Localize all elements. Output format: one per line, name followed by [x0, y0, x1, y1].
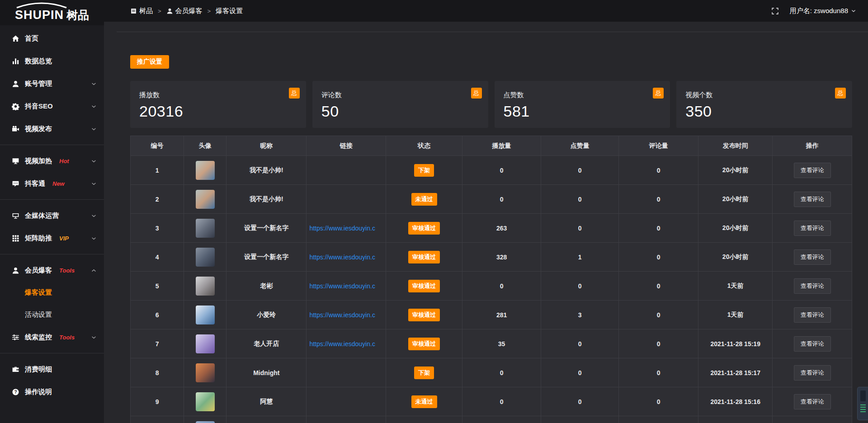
cell-published — [698, 416, 772, 423]
sidebar-subitem-baoke-settings[interactable]: 爆客设置 — [0, 282, 104, 304]
sidebar-item-account-manage[interactable]: 账号管理 — [0, 72, 104, 95]
cell-avatar — [184, 301, 226, 329]
table-row: 5老彬https://www.iesdouyin.c审核通过0001天前查看评论 — [131, 272, 852, 301]
breadcrumb-label: 树品 — [139, 7, 153, 15]
data-table: 编号头像昵称链接状态播放量点赞量评论量发布时间操作 1我不是小帅!下架00020… — [130, 136, 852, 423]
topbar: 树品>会员爆客>爆客设置 用户名: zswodun88 — [104, 0, 868, 22]
cell-status: 下架 — [386, 156, 462, 185]
column-header-link: 链接 — [307, 136, 386, 156]
gear-icon — [12, 103, 19, 110]
sidebar-item-matrix-boost[interactable]: 矩阵助推VIP — [0, 227, 104, 249]
view-comments-button[interactable]: 查看评论 — [794, 336, 831, 352]
column-header-nickname: 昵称 — [226, 136, 307, 156]
promo-settings-button[interactable]: 推广设置 — [130, 55, 169, 69]
cell-link: https://www.iesdouyin.c — [307, 214, 386, 243]
cell-plays: 0 — [462, 387, 541, 416]
cell-plays: 281 — [462, 301, 541, 329]
user-icon — [166, 8, 173, 14]
cell-comments: 0 — [619, 156, 698, 185]
cell-comments: 0 — [619, 301, 698, 329]
floating-widget-bars — [860, 404, 866, 412]
status-badge: 下架 — [414, 367, 434, 379]
cell-published: 2021-11-28 15:16 — [698, 387, 772, 416]
sidebar-subitem-activity-settings[interactable]: 活动设置 — [0, 304, 104, 326]
sidebar-item-data-overview[interactable]: 数据总览 — [0, 50, 104, 72]
sidebar-item-home[interactable]: 首页 — [0, 27, 104, 50]
video-link[interactable]: https://www.iesdouyin.c — [307, 282, 386, 290]
logo-text-cn: 树品 — [66, 9, 89, 21]
status-badge: 审核通过 — [408, 309, 440, 321]
stat-card-comments: 评论数50总 — [312, 81, 488, 128]
sidebar-item-badge: New — [52, 180, 65, 187]
sidebar-item-badge: VIP — [59, 235, 69, 242]
stat-cards: 播放数20316总评论数50总点赞数581总视频个数350总 — [130, 81, 852, 128]
video-link[interactable]: https://www.iesdouyin.c — [307, 254, 386, 261]
view-comments-button[interactable]: 查看评论 — [794, 163, 831, 178]
header-divider — [117, 32, 868, 32]
view-comments-button[interactable]: 查看评论 — [794, 307, 831, 323]
cell-link — [307, 185, 386, 214]
sidebar-item-clue-monitor[interactable]: 线索监控Tools — [0, 326, 104, 348]
status-badge: 未通过 — [411, 395, 437, 408]
breadcrumb-item-member-baoke[interactable]: 会员爆客 — [166, 7, 203, 15]
view-comments-button[interactable]: 查看评论 — [794, 221, 831, 236]
camera-icon — [12, 125, 19, 133]
view-comments-button[interactable]: 查看评论 — [794, 278, 831, 294]
floating-widget[interactable] — [857, 387, 868, 420]
chevron-down-icon — [91, 158, 97, 164]
fullscreen-icon[interactable] — [771, 7, 779, 15]
cell-comments: 0 — [619, 272, 698, 301]
view-comments-button[interactable]: 查看评论 — [794, 394, 831, 409]
breadcrumb-item-shupin[interactable]: 树品 — [130, 7, 153, 15]
cell-status — [386, 416, 462, 423]
chevron-down-icon — [91, 181, 97, 187]
svg-text:?: ? — [14, 389, 17, 394]
view-comments-button[interactable]: 查看评论 — [794, 192, 831, 207]
cell-nickname: 我不是小帅! — [226, 185, 307, 214]
sidebar-item-label: 全媒体运营 — [25, 212, 59, 220]
sidebar-item-label: 消费明细 — [25, 365, 52, 374]
cell-published: 20小时前 — [698, 214, 772, 243]
cell-avatar — [184, 185, 226, 214]
sidebar-item-spend-detail[interactable]: 消费明细 — [0, 358, 104, 381]
sidebar-item-video-publish[interactable]: 视频发布 — [0, 118, 104, 140]
video-link[interactable]: https://www.iesdouyin.c — [307, 311, 386, 319]
stat-card-value: 581 — [504, 103, 661, 120]
help-icon: ? — [12, 388, 19, 396]
chat-icon — [12, 180, 19, 188]
cell-comments: 0 — [619, 214, 698, 243]
sidebar-item-video-heating[interactable]: 视频加热Hot — [0, 150, 104, 172]
stat-card-label: 点赞数 — [504, 91, 661, 99]
cell-plays: 0 — [462, 156, 541, 185]
cell-plays: 328 — [462, 243, 541, 272]
view-comments-button[interactable]: 查看评论 — [794, 249, 831, 265]
cell-published: 2021-11-28 15:19 — [698, 329, 772, 358]
video-link[interactable]: https://www.iesdouyin.c — [307, 340, 386, 348]
logo[interactable]: SHUPIN树品 — [0, 0, 104, 25]
status-badge: 审核通过 — [408, 280, 440, 292]
sidebar-item-douketong[interactable]: 抖客通New — [0, 172, 104, 195]
username-dropdown[interactable]: 用户名: zswodun88 — [790, 7, 856, 15]
view-comments-button[interactable]: 查看评论 — [794, 365, 831, 381]
sidebar-item-douyin-seo[interactable]: 抖音SEO — [0, 95, 104, 118]
cell-published: 20小时前 — [698, 156, 772, 185]
stat-card-label: 评论数 — [321, 91, 479, 99]
cell-action: 查看评论 — [773, 329, 852, 358]
table-header-row: 编号头像昵称链接状态播放量点赞量评论量发布时间操作 — [131, 136, 852, 156]
sidebar-item-label: 视频加热 — [25, 157, 52, 165]
cell-plays: 263 — [462, 214, 541, 243]
cell-avatar — [184, 416, 226, 423]
avatar — [196, 219, 215, 238]
cell-nickname: 老彬 — [226, 272, 307, 301]
stat-card-value: 50 — [321, 103, 479, 120]
sidebar-item-member-baoke[interactable]: 会员爆客Tools — [0, 259, 104, 282]
video-link[interactable]: https://www.iesdouyin.c — [307, 225, 386, 232]
breadcrumb-separator: > — [208, 8, 211, 14]
sidebar-item-operation-guide[interactable]: ?操作说明 — [0, 381, 104, 403]
sidebar-menu: 首页数据总览账号管理抖音SEO视频发布视频加热Hot抖客通New全媒体运营矩阵助… — [0, 25, 104, 403]
sidebar-item-media-operation[interactable]: 全媒体运营 — [0, 204, 104, 227]
table-row: 7老人开店https://www.iesdouyin.c审核通过35002021… — [131, 329, 852, 358]
table-row: 6小爱玲https://www.iesdouyin.c审核通过281301天前查… — [131, 301, 852, 329]
cell-link: https://www.iesdouyin.c — [307, 329, 386, 358]
cell-status: 未通过 — [386, 387, 462, 416]
